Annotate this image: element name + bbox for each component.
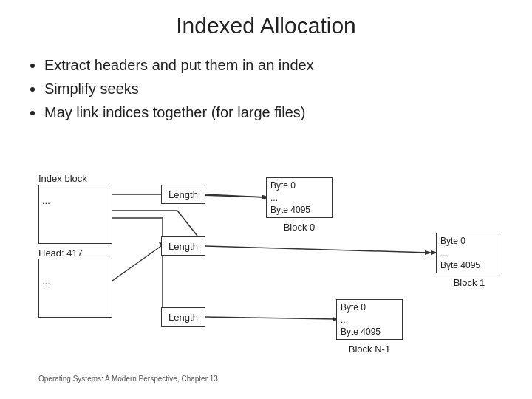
- index-block-dots: ...: [38, 195, 50, 206]
- footer: Operating Systems: A Modern Perspective,…: [38, 375, 218, 383]
- bullet-3: May link indices together (for large fil…: [44, 100, 532, 124]
- bullet-1: Extract headers and put them in an index: [44, 53, 532, 77]
- length-box-n: Length: [161, 307, 205, 327]
- block1-top: Byte 0: [437, 233, 502, 248]
- svg-line-15: [112, 246, 161, 281]
- svg-marker-8: [425, 250, 432, 255]
- bullet-2: Simplify seeks: [44, 77, 532, 100]
- head-dots: ...: [38, 276, 50, 287]
- bullet-list: Extract headers and put them in an index…: [44, 53, 532, 124]
- blockn1-dots: ...: [337, 315, 402, 325]
- diagram-area: Index block ... Head: 417 ... Length Len…: [0, 163, 532, 384]
- svg-line-13: [205, 317, 336, 319]
- blockn1-bottom: Byte 4095: [337, 325, 402, 338]
- block0-box: Byte 0 ... Byte 4095: [266, 177, 332, 218]
- block0-dots: ...: [267, 193, 332, 203]
- head-label: Head: 417: [38, 248, 83, 259]
- block0-bottom: Byte 4095: [267, 203, 332, 216]
- block0-label: Block 0: [266, 222, 332, 233]
- index-block-box: [38, 185, 112, 244]
- length-box-1: Length: [161, 236, 205, 256]
- blockn1-box: Byte 0 ... Byte 4095: [336, 299, 403, 340]
- length-box-0: Length: [161, 185, 205, 204]
- blockn1-label: Block N-1: [336, 344, 403, 355]
- block1-bottom: Byte 4095: [437, 259, 502, 272]
- svg-line-7: [205, 246, 429, 253]
- block0-top: Byte 0: [267, 178, 332, 193]
- index-block-label: Index block: [38, 173, 87, 184]
- block1-box: Byte 0 ... Byte 4095: [436, 233, 502, 273]
- page-title: Indexed Allocation: [0, 0, 532, 46]
- block1-dots: ...: [437, 248, 502, 259]
- head-box: [38, 259, 112, 318]
- blockn1-top: Byte 0: [337, 300, 402, 315]
- svg-line-3: [205, 194, 266, 197]
- block1-label: Block 1: [436, 277, 502, 288]
